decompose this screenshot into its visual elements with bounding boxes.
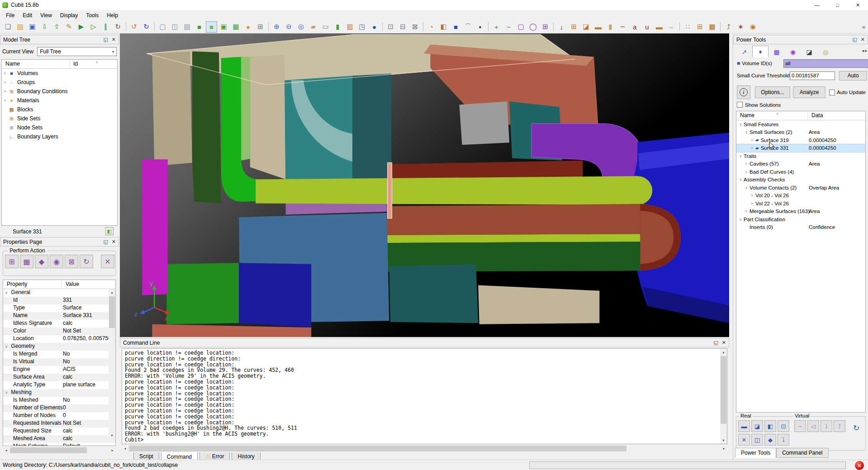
menu-help[interactable]: Help	[103, 11, 122, 20]
float-panel-icon[interactable]: ◱	[713, 340, 718, 346]
expander-icon[interactable]: >	[751, 201, 755, 206]
expander-icon[interactable]: >	[4, 80, 8, 85]
geometry-tools-tab[interactable]: ↗	[736, 47, 752, 57]
diag-surface-319[interactable]: >▰Surface 3190.00004250	[736, 136, 865, 144]
locate-action-button[interactable]: ⊞	[5, 255, 19, 268]
expander-icon[interactable]: >	[4, 89, 8, 94]
create-grid-icon[interactable]: ⊞	[540, 21, 551, 33]
split-surface-button[interactable]: ◧	[764, 420, 776, 432]
expander-icon[interactable]: >	[4, 71, 8, 76]
command-output[interactable]: pcurve location != coedge location: pcur…	[122, 348, 727, 444]
property-row[interactable]: ∨ Meshing	[3, 389, 115, 397]
property-row[interactable]: ∨ General	[3, 289, 115, 297]
diag-vol-22---vol-26[interactable]: >Vol 22 - Vol 26	[736, 199, 865, 208]
webcut-slab-icon[interactable]: ▬	[593, 21, 604, 33]
entity-status-icon[interactable]: ◧	[105, 227, 114, 235]
smooth-action-button[interactable]: ◆	[35, 255, 48, 268]
options-button[interactable]: Options...	[755, 86, 790, 98]
view-transparent-icon[interactable]: ▧	[181, 21, 193, 33]
diag-assembly-checks[interactable]: ∨Assembly Checks	[736, 176, 865, 184]
scroll-up-icon[interactable]: ▴	[109, 289, 115, 296]
copy-transform-button[interactable]: ◫	[751, 434, 763, 446]
partition-surface-button[interactable]: ◁	[807, 420, 819, 432]
export-down-icon[interactable]: ↓	[556, 21, 567, 33]
view-mesh-icon[interactable]: ▣	[218, 21, 229, 33]
expander-icon[interactable]: ∨	[5, 344, 9, 349]
property-row[interactable]: ∨ Geometry	[3, 343, 115, 351]
menu-tools[interactable]: Tools	[82, 11, 103, 20]
close-panel-icon[interactable]: ✕	[861, 37, 865, 43]
property-row[interactable]: Is VirtualNo	[3, 358, 115, 366]
diag-traits[interactable]: ∨Traits	[736, 152, 865, 160]
import-file-icon[interactable]: ⇩	[39, 21, 50, 33]
toolbox-icon[interactable]: ▥	[344, 21, 356, 33]
webcut-prism-icon[interactable]: ◪	[580, 21, 592, 33]
search-tab[interactable]: ◎	[817, 47, 834, 57]
toolbar-overflow-button[interactable]: »	[862, 24, 865, 30]
scroll-thumb[interactable]	[10, 447, 87, 453]
diagnostics-tab[interactable]: ♦	[752, 46, 768, 57]
expander-icon[interactable]: >	[745, 161, 749, 166]
diag-small-surfaces-2[interactable]: ∨Small Surfaces (2)Area	[736, 128, 865, 137]
tab-scroll-arrows[interactable]: ◂ ▸	[862, 48, 867, 53]
play-journal-file-icon[interactable]: ▷	[88, 21, 99, 33]
view-normal-icon[interactable]: ◳	[356, 21, 368, 33]
measure-sphere-icon[interactable]: ◔	[426, 21, 437, 33]
annotate-u-icon[interactable]: u	[641, 21, 653, 33]
webcut-sheet-icon[interactable]: ▬	[654, 21, 665, 33]
volume-ids-input[interactable]: all	[783, 59, 868, 68]
property-row[interactable]: Surface Areacalc	[3, 374, 115, 381]
scroll-right-icon[interactable]: ▸	[109, 447, 116, 454]
close-panel-icon[interactable]: ✕	[112, 37, 116, 43]
property-row[interactable]: Number of Nodes0	[3, 412, 115, 420]
clean-geometry-button[interactable]: ◆	[764, 434, 776, 446]
create-circle-icon[interactable]: ◯	[527, 21, 539, 33]
tree-item-boundary-conditions[interactable]: >⊞Boundary Conditions	[2, 87, 117, 96]
current-view-dropdown[interactable]: Full Tree ▾	[37, 47, 117, 56]
spiral-tool-icon[interactable]: ◉	[747, 21, 759, 33]
redo-icon[interactable]: ↻	[141, 21, 152, 33]
tree-item-boundary-layers[interactable]: ∟Boundary Layers	[2, 132, 117, 141]
expander-icon[interactable]: >	[751, 146, 755, 150]
expander-icon[interactable]: >	[745, 209, 749, 214]
property-row[interactable]: Requested IntervalsNot Set	[3, 420, 115, 427]
scroll-right-icon[interactable]: ▸	[721, 445, 727, 452]
property-row[interactable]: Requested Sizecalc	[3, 427, 115, 435]
quality-action-button[interactable]: ◉	[50, 255, 63, 268]
property-row[interactable]: TypeSurface	[3, 304, 115, 312]
expander-icon[interactable]: ∨	[745, 130, 749, 134]
collapse-curve-button[interactable]: ⤵	[821, 420, 832, 432]
info-button[interactable]: i	[737, 85, 750, 99]
column-value[interactable]: Value	[62, 280, 83, 289]
properties-vscrollbar[interactable]: ▴ ▾	[109, 289, 115, 439]
composite-surface-button[interactable]: ◪	[751, 420, 763, 432]
command-hscrollbar[interactable]: ◂ ▸	[122, 445, 727, 452]
view-perspective-icon[interactable]: ●	[242, 21, 254, 33]
graphics-viewport[interactable]: y x z	[120, 33, 729, 337]
expander-icon[interactable]: >	[745, 170, 749, 174]
menu-file[interactable]: File	[2, 11, 19, 20]
float-panel-icon[interactable]: ◱	[103, 37, 108, 43]
properties-hscrollbar[interactable]: ◂ ▸	[3, 447, 116, 454]
view-composite-icon[interactable]: ▦	[230, 21, 242, 33]
create-surface-icon[interactable]: ▢	[515, 21, 526, 33]
property-row[interactable]: Id331	[3, 297, 115, 304]
diag-inserts-0[interactable]: Inserts (0)Confidence	[736, 223, 865, 232]
scroll-down-icon[interactable]: ▾	[720, 437, 727, 444]
expander-icon[interactable]: >	[4, 98, 8, 103]
property-row[interactable]: Mesh SchemeDefault	[3, 443, 115, 446]
zoom-fit-icon[interactable]: ◎	[295, 21, 307, 33]
menu-display[interactable]: Display	[56, 11, 82, 20]
property-row[interactable]: ColorNot Set	[3, 328, 115, 335]
tree-item-volumes[interactable]: >■Volumes	[2, 69, 117, 78]
diag-small-features[interactable]: ∨Small Features	[736, 120, 865, 128]
undo-icon[interactable]: ↺	[128, 21, 140, 33]
meshing-tools-tab[interactable]: ▦	[768, 47, 785, 57]
point-tool-icon[interactable]: •	[474, 21, 486, 33]
property-row[interactable]: NameSurface 331	[3, 312, 115, 320]
expander-icon[interactable]: ∨	[739, 217, 744, 222]
collapse-vertex-button[interactable]: ⤴	[834, 420, 845, 432]
menu-edit[interactable]: Edit	[19, 11, 36, 20]
export-file-icon[interactable]: ⇧	[51, 21, 62, 33]
view-sphere-icon[interactable]: ●	[369, 21, 380, 33]
